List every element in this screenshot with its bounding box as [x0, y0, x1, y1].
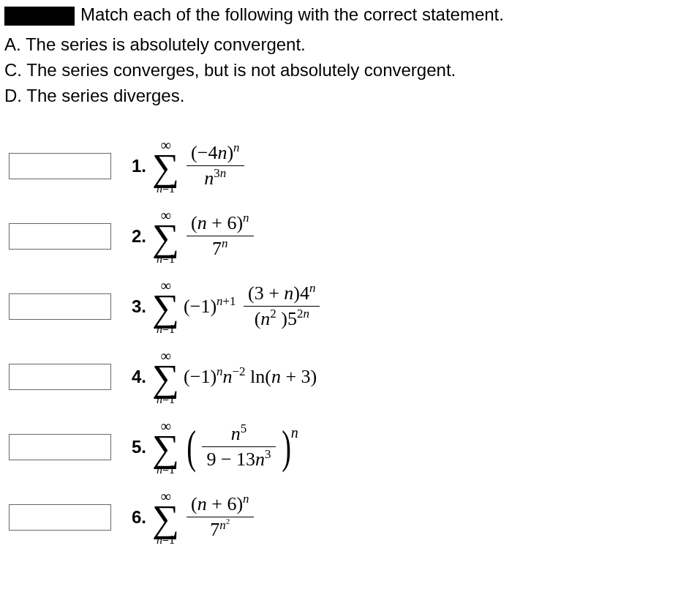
- problem-number: 4.: [132, 367, 146, 387]
- problem-row: 3. ∞ ∑ n=1 (−1)n+1 (3 + n)4n (n2 )52n: [9, 271, 691, 342]
- fraction: n5 9 − 13n3: [202, 423, 275, 471]
- outer-exponent: n: [291, 424, 298, 441]
- problem-row: 6. ∞ ∑ n=1 (n + 6)n 7n2: [9, 482, 691, 553]
- series-formula: ∞ ∑ n=1 (−1)nn−2 ln(n + 3): [152, 348, 317, 405]
- problem-number: 1.: [132, 156, 146, 176]
- sigma-symbol: ∑: [152, 363, 179, 394]
- answer-input-3[interactable]: [9, 293, 111, 320]
- fraction: (3 + n)4n (n2 )52n: [244, 282, 320, 330]
- problem-number: 6.: [132, 507, 146, 528]
- sigma-icon: ∞ ∑ n=1: [152, 348, 179, 405]
- problem-number: 5.: [132, 437, 146, 457]
- series-formula: ∞ ∑ n=1 (n + 6)n 7n2: [152, 489, 257, 546]
- redaction-box: [4, 7, 75, 26]
- sigma-lower: n=1: [157, 183, 175, 195]
- series-formula: ∞ ∑ n=1 (n + 6)n 7n: [152, 208, 257, 265]
- sigma-symbol: ∑: [152, 503, 179, 534]
- sigma-lower: n=1: [157, 464, 175, 476]
- problem-number: 2.: [132, 226, 146, 247]
- problem-row: 5. ∞ ∑ n=1 ( n5 9 − 13n3 ) n: [9, 412, 691, 482]
- right-paren-icon: ): [282, 428, 291, 465]
- series-formula: ∞ ∑ n=1 (−4n)n n3n: [152, 138, 247, 195]
- fraction: (n + 6)n 7n: [187, 212, 253, 260]
- question-header: Match each of the following with the cor…: [0, 0, 700, 32]
- sigma-lower: n=1: [157, 394, 175, 405]
- sigma-icon: ∞ ∑ n=1: [152, 208, 179, 265]
- sigma-icon: ∞ ∑ n=1: [152, 419, 179, 476]
- answer-input-1[interactable]: [9, 153, 111, 179]
- fraction-numerator: n5: [227, 423, 251, 445]
- fraction-denominator: 7n: [208, 238, 232, 260]
- fraction-denominator: (n2 )52n: [250, 308, 314, 330]
- prefix-term: (−1)n+1: [184, 296, 236, 318]
- answer-input-5[interactable]: [9, 434, 111, 460]
- option-c: C. The series converges, but is not abso…: [4, 58, 696, 83]
- fraction-numerator: (3 + n)4n: [244, 282, 320, 304]
- fraction-denominator: 9 − 13n3: [202, 449, 275, 471]
- answer-options: A. The series is absolutely convergent. …: [0, 32, 700, 130]
- sigma-icon: ∞ ∑ n=1: [152, 278, 179, 335]
- option-d: D. The series diverges.: [4, 83, 696, 109]
- problem-number: 3.: [132, 296, 146, 317]
- left-paren-icon: (: [187, 428, 196, 465]
- option-a: A. The series is absolutely convergent.: [4, 32, 696, 58]
- sigma-icon: ∞ ∑ n=1: [152, 489, 179, 546]
- fraction: (−4n)n n3n: [187, 142, 244, 190]
- fraction-numerator: (n + 6)n: [187, 493, 253, 515]
- problem-row: 4. ∞ ∑ n=1 (−1)nn−2 ln(n + 3): [9, 342, 691, 412]
- series-formula: ∞ ∑ n=1 ( n5 9 − 13n3 ) n: [152, 419, 298, 476]
- problem-row: 2. ∞ ∑ n=1 (n + 6)n 7n: [9, 201, 691, 271]
- sigma-symbol: ∑: [152, 222, 179, 253]
- series-formula: ∞ ∑ n=1 (−1)n+1 (3 + n)4n (n2 )52n: [152, 278, 323, 335]
- sigma-lower: n=1: [157, 323, 175, 335]
- sigma-symbol: ∑: [152, 433, 179, 464]
- fraction-numerator: (−4n)n: [187, 142, 244, 164]
- sigma-lower: n=1: [157, 253, 175, 265]
- fraction-denominator: 7n2: [206, 519, 234, 541]
- expression: (−1)nn−2 ln(n + 3): [184, 366, 317, 388]
- prompt-text: Match each of the following with the cor…: [80, 4, 504, 24]
- answer-input-4[interactable]: [9, 364, 111, 390]
- fraction: (n + 6)n 7n2: [187, 493, 253, 541]
- sigma-symbol: ∑: [152, 152, 179, 183]
- fraction-denominator: n3n: [200, 168, 230, 190]
- answer-input-2[interactable]: [9, 223, 111, 250]
- sigma-lower: n=1: [157, 534, 175, 546]
- sigma-icon: ∞ ∑ n=1: [152, 138, 179, 195]
- answer-input-6[interactable]: [9, 504, 111, 531]
- problem-row: 1. ∞ ∑ n=1 (−4n)n n3n: [9, 131, 691, 201]
- problems-list: 1. ∞ ∑ n=1 (−4n)n n3n 2. ∞ ∑ n=1 (n + 6)…: [0, 131, 700, 567]
- paren-group: ( n5 9 − 13n3 ) n: [184, 423, 298, 471]
- fraction-numerator: (n + 6)n: [187, 212, 253, 234]
- sigma-symbol: ∑: [152, 293, 179, 323]
